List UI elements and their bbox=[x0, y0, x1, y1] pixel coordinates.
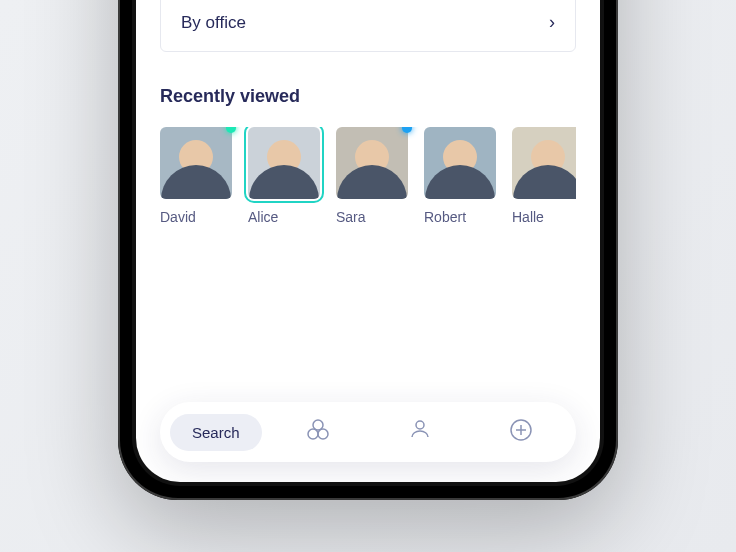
person-card[interactable]: Robert bbox=[424, 127, 496, 225]
svg-point-3 bbox=[416, 421, 424, 429]
person-card[interactable]: David bbox=[160, 127, 232, 225]
avatar bbox=[160, 127, 232, 199]
person-name: David bbox=[160, 209, 232, 225]
bottom-tab-bar: Search bbox=[160, 402, 576, 462]
chevron-right-icon: › bbox=[549, 12, 555, 33]
tab-groups[interactable] bbox=[274, 417, 363, 447]
status-dot-away bbox=[402, 127, 412, 133]
avatar-wrap bbox=[160, 127, 232, 199]
person-card[interactable]: Alice bbox=[248, 127, 320, 225]
person-pin-icon bbox=[407, 417, 433, 447]
avatar-wrap bbox=[248, 127, 320, 199]
filter-label-by-office: By office bbox=[181, 13, 246, 33]
recently-viewed-strip[interactable]: David Alice Sara bbox=[160, 127, 576, 225]
tab-add[interactable] bbox=[477, 417, 566, 447]
svg-point-1 bbox=[308, 429, 318, 439]
avatar-wrap bbox=[336, 127, 408, 199]
avatar bbox=[248, 127, 320, 199]
filter-row-by-office[interactable]: By office › bbox=[161, 0, 575, 51]
avatar bbox=[336, 127, 408, 199]
avatar bbox=[512, 127, 576, 199]
phone-screen: By office › Recently viewed David bbox=[136, 0, 600, 482]
tab-profile[interactable] bbox=[375, 417, 464, 447]
avatar-wrap bbox=[424, 127, 496, 199]
section-title-recently-viewed: Recently viewed bbox=[160, 86, 576, 107]
plus-icon bbox=[508, 417, 534, 447]
person-name: Alice bbox=[248, 209, 320, 225]
tab-search[interactable]: Search bbox=[170, 414, 262, 451]
status-dot-online bbox=[226, 127, 236, 133]
person-card[interactable]: Sara bbox=[336, 127, 408, 225]
circles-icon bbox=[305, 417, 331, 447]
person-name: Halle bbox=[512, 209, 576, 225]
phone-frame: By office › Recently viewed David bbox=[118, 0, 618, 500]
person-name: Sara bbox=[336, 209, 408, 225]
phone-bezel: By office › Recently viewed David bbox=[132, 0, 604, 486]
screen-content: By office › Recently viewed David bbox=[136, 0, 600, 482]
avatar-wrap bbox=[512, 127, 576, 199]
person-card[interactable]: Halle bbox=[512, 127, 576, 225]
avatar bbox=[424, 127, 496, 199]
filter-card: By office › bbox=[160, 0, 576, 52]
svg-point-2 bbox=[318, 429, 328, 439]
person-name: Robert bbox=[424, 209, 496, 225]
